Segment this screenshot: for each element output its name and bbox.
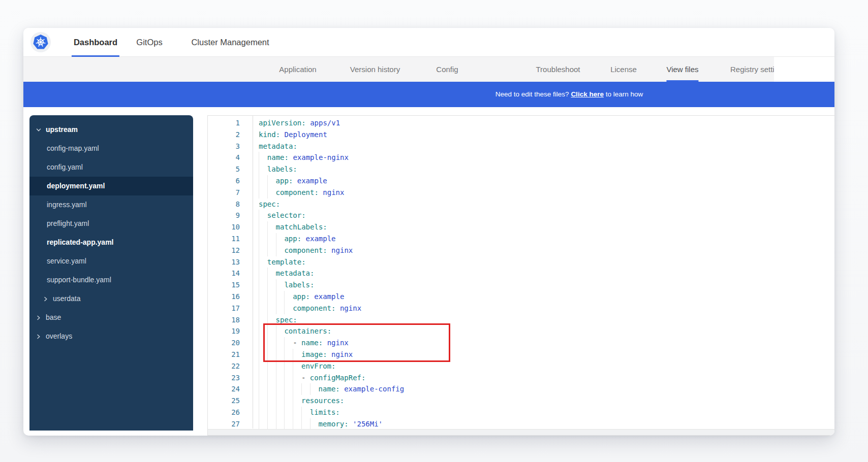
yaml-value: example <box>301 235 335 243</box>
yaml-value: example <box>293 177 327 185</box>
tree-item-label: base <box>46 308 61 327</box>
code-content: containers: <box>252 325 834 337</box>
code-content: labels: <box>252 279 834 291</box>
code-content: resources: <box>252 395 834 407</box>
tab-version-history[interactable]: Version history <box>350 57 400 82</box>
yaml-key: kind: <box>259 130 280 139</box>
top-nav: DashboardGitOpsCluster Management <box>23 28 834 57</box>
line-number: 14 <box>208 268 252 279</box>
folder-overlays[interactable]: overlays <box>29 327 193 346</box>
tab-config[interactable]: Config <box>436 57 458 82</box>
edit-files-banner: Need to edit these files? Click here to … <box>23 82 834 107</box>
code-line: 26limits: <box>208 407 834 418</box>
file-config-yaml[interactable]: config.yaml <box>29 158 193 177</box>
tab-view-files[interactable]: View files <box>666 57 698 82</box>
yaml-key: name: <box>301 339 323 347</box>
code-content: metadata: <box>252 141 834 152</box>
chevron-right-icon <box>36 315 41 320</box>
file-tree-sidebar: upstreamconfig-map.yamlconfig.yamldeploy… <box>29 115 193 431</box>
tree-item-label: ingress.yaml <box>47 195 87 214</box>
yaml-key: spec: <box>276 316 297 324</box>
line-number: 6 <box>208 175 252 187</box>
line-number: 20 <box>208 337 252 349</box>
line-number: 9 <box>208 210 252 221</box>
tree-item-label: support-bundle.yaml <box>47 271 111 289</box>
code-content: envFrom: <box>252 360 834 372</box>
folder-upstream[interactable]: upstream <box>29 120 193 139</box>
code-lines: 1apiVersion: apps/v12kind: Deployment3me… <box>208 117 834 430</box>
sub-nav: ApplicationVersion historyConfigTroubles… <box>23 57 774 82</box>
line-number: 25 <box>208 395 252 407</box>
yaml-value: nginx <box>327 350 353 358</box>
folder-base[interactable]: base <box>29 308 193 327</box>
code-content: kind: Deployment <box>252 129 834 141</box>
code-line: 16app: example <box>208 291 834 303</box>
yaml-key: name: <box>319 385 340 393</box>
yaml-value: example <box>310 292 344 301</box>
line-number: 12 <box>208 245 252 256</box>
yaml-key: envFrom: <box>301 362 335 370</box>
line-number: 13 <box>208 256 252 268</box>
code-line: 7component: nginx <box>208 187 834 199</box>
file-preflight-yaml[interactable]: preflight.yaml <box>29 214 193 233</box>
yaml-key: template: <box>267 258 306 266</box>
chevron-right-icon <box>36 334 41 339</box>
tree-item-label: replicated-app.yaml <box>47 233 114 252</box>
yaml-key: matchLabels: <box>276 223 327 231</box>
code-line: 2kind: Deployment <box>208 129 834 141</box>
code-line: 10matchLabels: <box>208 221 834 233</box>
file-deployment-yaml[interactable]: deployment.yaml <box>29 177 193 195</box>
file-tree: upstreamconfig-map.yamlconfig.yamldeploy… <box>29 120 193 346</box>
yaml-key: apiVersion: <box>259 119 306 127</box>
yaml-key: name: <box>267 153 289 161</box>
file-ingress-yaml[interactable]: ingress.yaml <box>29 195 193 214</box>
yaml-value: example-config <box>340 385 404 393</box>
folder-userdata[interactable]: userdata <box>29 289 193 308</box>
code-editor[interactable]: 1apiVersion: apps/v12kind: Deployment3me… <box>207 115 834 436</box>
horizontal-scrollbar[interactable] <box>208 429 834 435</box>
code-content: spec: <box>252 314 834 326</box>
line-number: 2 <box>208 129 252 141</box>
kubernetes-logo-icon <box>30 32 51 52</box>
code-line: 27memory: '256Mi' <box>208 418 834 430</box>
code-line: 12component: nginx <box>208 245 834 256</box>
tab-troubleshoot[interactable]: Troubleshoot <box>536 57 580 82</box>
code-line: 20- name: nginx <box>208 337 834 349</box>
yaml-key: component: <box>276 188 319 196</box>
code-line: 19containers: <box>208 325 834 337</box>
code-content: component: nginx <box>252 303 834 314</box>
file-service-yaml[interactable]: service.yaml <box>29 252 193 271</box>
line-number: 27 <box>208 418 252 430</box>
tree-item-label: config.yaml <box>47 158 83 177</box>
code-content: metadata: <box>252 268 834 279</box>
tab-application[interactable]: Application <box>279 57 316 82</box>
banner-suffix: to learn how <box>604 90 643 98</box>
tab-license[interactable]: License <box>610 57 637 82</box>
yaml-value: nginx <box>319 188 345 196</box>
line-number: 17 <box>208 303 252 314</box>
chevron-down-icon <box>36 127 41 133</box>
banner-text: Need to edit these files? Click here to … <box>495 82 643 107</box>
code-content: selector: <box>252 210 834 221</box>
top-nav-item-gitops[interactable]: GitOps <box>136 28 162 57</box>
yaml-value: Deployment <box>280 130 327 139</box>
file-config-map-yaml[interactable]: config-map.yaml <box>29 139 193 158</box>
top-nav-item-dashboard[interactable]: Dashboard <box>74 28 117 57</box>
code-line: 17component: nginx <box>208 303 834 314</box>
code-content: app: example <box>252 175 834 187</box>
banner-click-here-link[interactable]: Click here <box>571 90 604 98</box>
file-support-bundle-yaml[interactable]: support-bundle.yaml <box>29 271 193 289</box>
yaml-key: app: <box>284 235 301 243</box>
file-replicated-app-yaml[interactable]: replicated-app.yaml <box>29 233 193 252</box>
yaml-key: metadata: <box>276 269 315 277</box>
code-line: 14metadata: <box>208 268 834 279</box>
top-nav-item-cluster-management[interactable]: Cluster Management <box>191 28 269 57</box>
page-background: DashboardGitOpsCluster Management Applic… <box>0 0 868 462</box>
code-line: 9selector: <box>208 210 834 221</box>
code-line: 22envFrom: <box>208 360 834 372</box>
tab-registry-setti[interactable]: Registry setti <box>730 57 774 82</box>
code-line: 11app: example <box>208 233 834 245</box>
yaml-key: labels: <box>284 281 314 289</box>
line-number: 10 <box>208 221 252 233</box>
yaml-key: image: <box>301 350 327 358</box>
